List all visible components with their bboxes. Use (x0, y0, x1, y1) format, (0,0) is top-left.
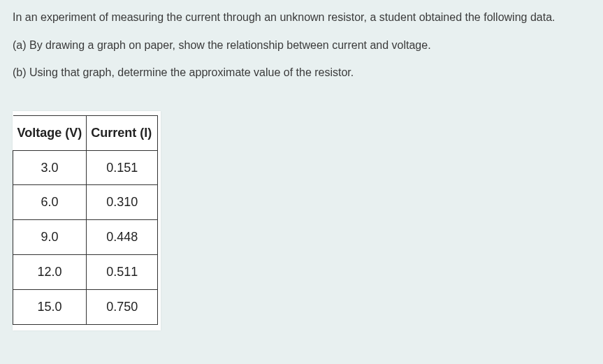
table-row: 6.0 0.310 (13, 185, 158, 220)
cell-voltage: 9.0 (13, 220, 87, 255)
question-part-b: (b) Using that graph, determine the appr… (13, 64, 590, 82)
header-current: Current (I) (87, 115, 158, 150)
cell-current: 0.151 (87, 150, 158, 185)
cell-current: 0.750 (87, 289, 158, 324)
cell-voltage: 12.0 (13, 254, 87, 289)
header-voltage: Voltage (V) (13, 115, 87, 150)
table-row: 15.0 0.750 (13, 289, 158, 324)
question-intro: In an experiment of measuring the curren… (13, 8, 590, 27)
table-row: 12.0 0.511 (13, 254, 158, 289)
data-table: Voltage (V) Current (I) 3.0 0.151 6.0 0.… (13, 115, 158, 325)
cell-current: 0.310 (87, 185, 158, 220)
table-row: 3.0 0.151 (13, 150, 158, 185)
cell-current: 0.511 (87, 254, 158, 289)
table-row: 9.0 0.448 (13, 220, 158, 255)
question-part-a: (a) By drawing a graph on paper, show th… (13, 36, 590, 54)
question-block: In an experiment of measuring the curren… (13, 8, 590, 82)
cell-voltage: 15.0 (13, 289, 87, 324)
cell-current: 0.448 (87, 220, 158, 255)
cell-voltage: 3.0 (13, 150, 87, 185)
table-header-row: Voltage (V) Current (I) (13, 115, 158, 150)
cell-voltage: 6.0 (13, 185, 87, 220)
data-table-container: Voltage (V) Current (I) 3.0 0.151 6.0 0.… (13, 111, 161, 330)
